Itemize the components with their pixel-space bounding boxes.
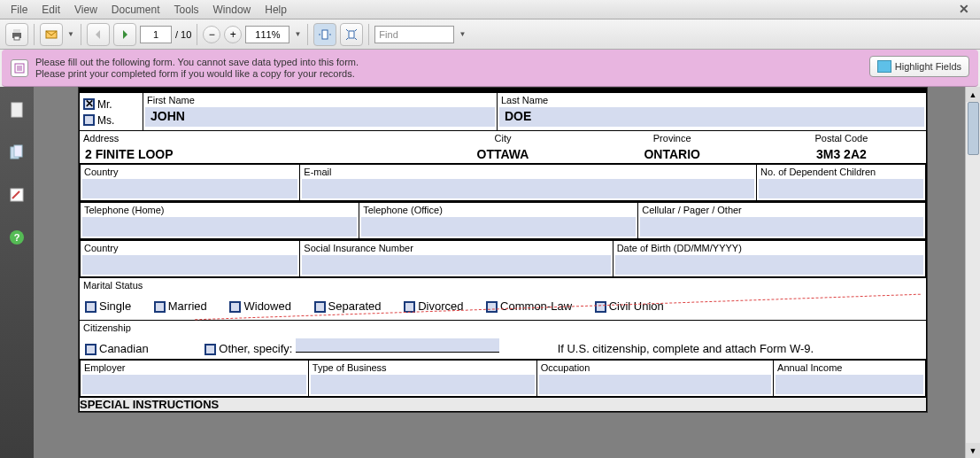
divorced-checkbox[interactable] [404,301,415,313]
lastname-label: Last Name [498,93,926,107]
country2-input[interactable] [82,255,297,275]
married-checkbox[interactable] [154,301,166,313]
address-value[interactable]: 2 FINITE LOOP [80,145,418,163]
toolbar: ▼ / 10 − + 111% ▼ Find ▼ [0,19,980,50]
zoom-out-button[interactable]: − [203,26,220,43]
menu-document[interactable]: Document [104,4,167,16]
prev-page-button[interactable] [87,23,110,46]
telhome-input[interactable] [82,217,357,237]
svg-rect-2 [14,36,19,40]
mail-dropdown-icon[interactable]: ▼ [66,26,75,43]
email-input[interactable] [302,179,754,198]
zoom-in-button[interactable]: + [224,26,242,43]
vertical-scrollbar[interactable]: ▲ ▼ [965,87,980,458]
lastname-input[interactable]: DOE [499,107,924,127]
city-value[interactable]: OTTAWA [418,145,587,163]
info-bar: Please fill out the following form. You … [2,50,978,87]
sidebar: ? [0,87,34,458]
teloffice-input[interactable] [361,217,636,237]
sign-panel-button[interactable] [6,184,27,206]
other-checkbox[interactable] [204,344,216,355]
form-page: Mr. Ms. First Name JOHN Last Name DOE [78,87,928,413]
country-input[interactable] [82,179,297,198]
us-note: If U.S. citizenship, complete and attach… [558,342,814,355]
ms-checkbox[interactable] [83,114,95,126]
menu-edit[interactable]: Edit [35,4,67,16]
country2-label: Country [81,241,299,255]
other-specify-input[interactable] [296,338,499,353]
single-checkbox[interactable] [85,301,96,313]
page-total-label: / 10 [175,29,191,40]
province-value[interactable]: ONTARIO [588,145,757,163]
postal-value[interactable]: 3M3 2A2 [757,145,926,163]
postal-label: Postal Code [757,131,926,145]
dob-label: Date of Birth (DD/MM/YYYY) [613,241,925,255]
scroll-down-button[interactable]: ▼ [966,443,980,458]
marital-label: Marital Status [80,278,926,292]
menu-file[interactable]: File [4,4,35,16]
title-cell: Mr. Ms. [80,93,143,131]
address-label: Address [80,131,418,145]
form-icon [11,59,28,77]
civil-checkbox[interactable] [595,301,606,313]
zoom-dropdown-icon[interactable]: ▼ [293,26,302,43]
pages-panel-button[interactable] [6,99,27,120]
teloffice-label: Telephone (Office) [359,203,637,217]
find-input[interactable]: Find [374,26,454,43]
biztype-input[interactable] [311,375,535,394]
canadian-checkbox[interactable] [85,344,96,355]
close-icon[interactable]: ✕ [952,2,976,16]
country-label: Country [81,165,299,179]
ms-label: Ms. [97,114,114,127]
menu-tools[interactable]: Tools [167,4,206,16]
sin-input[interactable] [302,255,610,275]
scroll-up-button[interactable]: ▲ [966,87,980,102]
zoom-level-input[interactable]: 111% [245,26,289,43]
cell-input[interactable] [640,217,923,237]
svg-rect-1 [13,29,20,33]
employer-input[interactable] [82,375,306,394]
separated-checkbox[interactable] [314,301,326,313]
highlight-icon [877,60,891,73]
occupation-label: Occupation [537,361,773,375]
income-input[interactable] [776,375,923,394]
page-number-input[interactable] [140,26,172,43]
document-area[interactable]: Mr. Ms. First Name JOHN Last Name DOE [34,87,980,458]
mr-label: Mr. [97,98,112,111]
marital-options: Single Married Widowed Separated Divorce… [80,292,926,320]
widowed-checkbox[interactable] [229,301,241,313]
scroll-thumb[interactable] [968,102,979,155]
next-page-button[interactable] [113,23,136,46]
employer-label: Employer [81,361,308,375]
depchildren-input[interactable] [759,179,923,198]
special-instructions-header: SPECIAL INSTRUCTIONS [80,398,927,412]
occupation-input[interactable] [539,375,771,394]
menu-window[interactable]: Window [206,4,259,16]
fit-page-button[interactable] [340,23,363,46]
highlight-label: Highlight Fields [895,61,961,72]
biztype-label: Type of Business [309,361,536,375]
help-panel-button[interactable]: ? [6,227,27,248]
menu-view[interactable]: View [67,4,104,16]
info-line2: Please print your completed form if you … [35,68,359,80]
firstname-input[interactable]: JOHN [145,107,495,127]
lastname-cell: Last Name DOE [498,93,927,131]
fit-width-button[interactable] [313,23,336,46]
highlight-fields-button[interactable]: Highlight Fields [869,56,969,77]
print-button[interactable] [5,23,28,46]
cell-label: Cellular / Pager / Other [638,203,925,217]
menu-bar: File Edit View Document Tools Window Hel… [0,0,980,19]
telhome-label: Telephone (Home) [81,203,359,217]
dob-input[interactable] [615,255,923,275]
svg-rect-5 [349,31,354,38]
info-line1: Please fill out the following form. You … [35,57,359,68]
find-dropdown-icon[interactable]: ▼ [458,26,467,43]
common-checkbox[interactable] [486,301,498,313]
mail-button[interactable] [40,23,63,46]
mr-checkbox[interactable] [83,98,95,110]
menu-help[interactable]: Help [258,4,294,16]
email-label: E-mail [300,165,756,179]
citizenship-label: Citizenship [80,321,926,335]
multipage-panel-button[interactable] [6,142,27,163]
svg-text:?: ? [14,232,20,243]
